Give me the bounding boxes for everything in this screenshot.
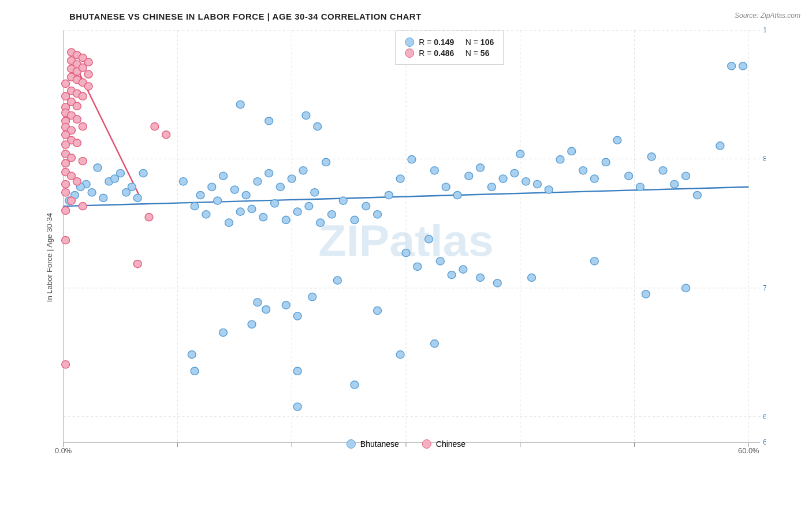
svg-text:100.0%: 100.0% bbox=[763, 27, 766, 35]
svg-point-165 bbox=[79, 122, 87, 130]
svg-point-172 bbox=[62, 159, 70, 167]
svg-point-36 bbox=[99, 194, 107, 201]
svg-point-65 bbox=[282, 216, 290, 223]
svg-point-97 bbox=[647, 153, 655, 161]
svg-point-130 bbox=[293, 367, 301, 375]
svg-point-119 bbox=[590, 258, 598, 265]
svg-point-109 bbox=[333, 277, 341, 284]
svg-point-39 bbox=[117, 169, 125, 177]
bhutanese-legend-text: R = 0.149 N = 106 bbox=[419, 38, 494, 47]
svg-point-112 bbox=[425, 236, 433, 243]
svg-point-185 bbox=[145, 214, 153, 221]
svg-point-63 bbox=[259, 214, 267, 221]
svg-point-41 bbox=[122, 189, 131, 196]
svg-point-113 bbox=[436, 258, 444, 265]
svg-point-179 bbox=[68, 197, 76, 204]
svg-point-133 bbox=[262, 305, 270, 313]
svg-text:62.5%: 62.5% bbox=[763, 413, 766, 421]
svg-point-126 bbox=[293, 312, 301, 320]
svg-point-55 bbox=[311, 189, 319, 196]
svg-point-155 bbox=[79, 92, 87, 100]
svg-point-92 bbox=[590, 175, 598, 182]
svg-point-53 bbox=[288, 175, 296, 182]
svg-point-71 bbox=[236, 100, 244, 108]
svg-point-146 bbox=[84, 70, 92, 78]
svg-point-102 bbox=[716, 142, 724, 150]
svg-point-57 bbox=[191, 202, 199, 210]
svg-point-115 bbox=[459, 266, 467, 273]
svg-point-34 bbox=[88, 189, 96, 196]
svg-point-111 bbox=[414, 263, 422, 270]
svg-point-145 bbox=[79, 64, 87, 72]
svg-point-73 bbox=[314, 122, 322, 130]
svg-point-176 bbox=[62, 180, 70, 188]
svg-point-45 bbox=[196, 191, 204, 199]
svg-point-52 bbox=[277, 183, 285, 191]
svg-point-94 bbox=[613, 136, 621, 144]
bhutanese-n-value: 106 bbox=[481, 38, 494, 47]
svg-point-99 bbox=[671, 180, 679, 188]
svg-point-183 bbox=[151, 122, 159, 130]
svg-point-51 bbox=[265, 169, 273, 177]
svg-text:87.5%: 87.5% bbox=[763, 155, 766, 163]
svg-point-68 bbox=[316, 219, 325, 226]
svg-point-93 bbox=[602, 158, 610, 166]
chart-title: BHUTANESE VS CHINESE IN LABOR FORCE | AG… bbox=[69, 12, 766, 21]
svg-point-42 bbox=[133, 194, 141, 201]
bhutanese-legend-dot bbox=[405, 38, 414, 47]
svg-point-104 bbox=[739, 62, 747, 70]
chinese-points bbox=[62, 48, 170, 368]
svg-point-86 bbox=[534, 180, 542, 188]
svg-point-96 bbox=[636, 183, 645, 191]
svg-point-134 bbox=[374, 307, 382, 314]
legend-row-bhutanese: R = 0.149 N = 106 bbox=[405, 38, 494, 47]
svg-point-56 bbox=[322, 158, 330, 166]
svg-point-81 bbox=[476, 164, 485, 171]
svg-point-151 bbox=[84, 83, 92, 90]
svg-text:0.0%: 0.0% bbox=[55, 447, 72, 456]
svg-point-124 bbox=[219, 329, 228, 336]
svg-point-117 bbox=[493, 279, 501, 287]
svg-point-100 bbox=[682, 172, 690, 180]
svg-point-66 bbox=[293, 208, 301, 215]
svg-point-31 bbox=[94, 164, 102, 171]
svg-point-85 bbox=[522, 178, 530, 185]
svg-point-72 bbox=[302, 111, 310, 119]
svg-point-186 bbox=[133, 260, 141, 267]
svg-point-114 bbox=[448, 271, 456, 278]
svg-point-131 bbox=[396, 350, 404, 358]
svg-point-135 bbox=[431, 339, 439, 347]
svg-point-121 bbox=[682, 284, 690, 292]
svg-point-75 bbox=[396, 175, 404, 182]
svg-point-47 bbox=[219, 172, 228, 180]
svg-point-87 bbox=[545, 186, 553, 193]
svg-point-110 bbox=[402, 249, 410, 256]
svg-point-77 bbox=[431, 167, 439, 174]
svg-point-48 bbox=[230, 186, 239, 193]
svg-point-54 bbox=[299, 167, 307, 174]
svg-point-59 bbox=[214, 197, 222, 204]
svg-point-162 bbox=[73, 115, 81, 123]
svg-point-116 bbox=[476, 274, 485, 281]
svg-point-125 bbox=[248, 320, 256, 328]
svg-point-76 bbox=[408, 156, 416, 163]
svg-point-173 bbox=[79, 157, 87, 165]
svg-point-136 bbox=[293, 403, 301, 410]
svg-point-120 bbox=[642, 290, 650, 298]
svg-point-122 bbox=[188, 350, 196, 358]
svg-point-67 bbox=[305, 202, 313, 210]
svg-point-106 bbox=[374, 211, 382, 218]
svg-point-132 bbox=[351, 381, 359, 389]
svg-text:60.0%: 60.0% bbox=[763, 438, 766, 446]
svg-point-128 bbox=[282, 301, 290, 309]
bhutanese-r-value: 0.149 bbox=[434, 38, 454, 47]
svg-text:ZIPatlas: ZIPatlas bbox=[318, 216, 493, 264]
svg-point-127 bbox=[254, 298, 262, 306]
svg-point-182 bbox=[62, 361, 70, 368]
chart-area: 100.0% 87.5% 75.0% 62.5% 60.0% 0.0% 60.0… bbox=[46, 25, 766, 459]
svg-point-129 bbox=[308, 293, 316, 301]
bottom-chinese-label: Chinese bbox=[436, 439, 465, 449]
svg-point-44 bbox=[179, 178, 187, 185]
svg-point-64 bbox=[271, 200, 279, 207]
bottom-legend-chinese: Chinese bbox=[422, 439, 465, 449]
